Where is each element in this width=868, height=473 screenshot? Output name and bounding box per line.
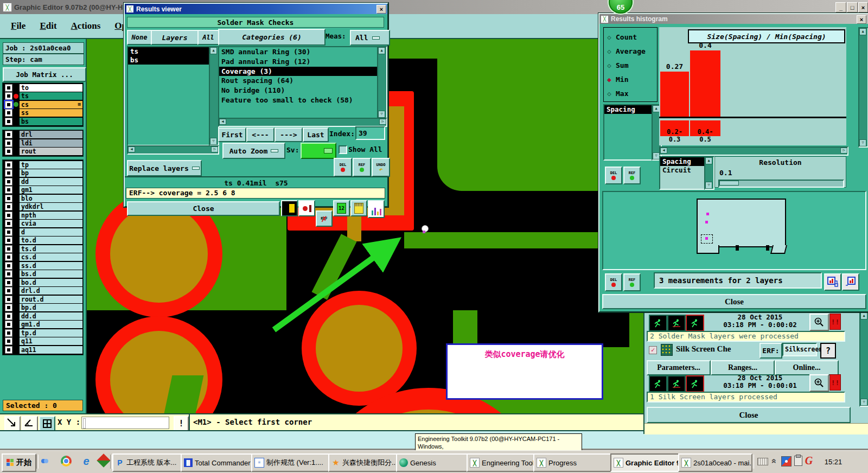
layer-row[interactable]: ss bbox=[3, 109, 82, 118]
keyboard-tray-icon[interactable] bbox=[757, 458, 768, 465]
layer-row[interactable]: cs ⊞ bbox=[3, 100, 82, 109]
alert-run-button[interactable]: !! bbox=[829, 314, 841, 330]
layer-row[interactable]: bs bbox=[3, 117, 82, 126]
layer-name[interactable]: bp.d bbox=[20, 304, 82, 311]
taskbar-button[interactable]: 工程系统 版本... bbox=[112, 453, 184, 472]
zoom-results-button[interactable] bbox=[809, 374, 829, 392]
run-check-button[interactable] bbox=[667, 315, 686, 331]
chrome-icon[interactable] bbox=[61, 456, 72, 466]
layer-row[interactable]: ydkdrl bbox=[3, 203, 82, 212]
measurement-dot[interactable] bbox=[705, 221, 708, 223]
layer-row[interactable]: ldi bbox=[3, 139, 82, 148]
layer-row[interactable]: ss.d bbox=[3, 261, 82, 270]
layer-row[interactable]: to.d bbox=[3, 237, 82, 245]
layer-name[interactable]: bs.d bbox=[20, 270, 82, 278]
layer-checkbox[interactable] bbox=[5, 312, 12, 320]
minimize-button[interactable]: _ bbox=[835, 2, 846, 12]
pinwheel-icon[interactable] bbox=[97, 453, 110, 467]
measure-row[interactable]: Spacing bbox=[604, 105, 652, 114]
layer-name[interactable]: drl bbox=[20, 131, 82, 138]
categories-header-button[interactable]: Categories (6) bbox=[218, 29, 326, 46]
none-button[interactable]: None bbox=[127, 30, 152, 45]
scroll-right-icon[interactable]: ▷ bbox=[211, 146, 218, 152]
menu-item[interactable]: Edit bbox=[40, 21, 56, 31]
layer-checkbox[interactable] bbox=[5, 237, 12, 244]
viewer-layer-row[interactable]: bs bbox=[128, 56, 209, 65]
chevron-tray-icon[interactable]: « bbox=[769, 457, 779, 465]
layer-checkbox[interactable] bbox=[5, 131, 12, 138]
layer-name[interactable]: bp bbox=[20, 169, 82, 177]
category-row[interactable]: No bridge (110) bbox=[219, 86, 378, 95]
layer-name[interactable]: to.d bbox=[20, 237, 82, 244]
group-row[interactable]: Spacing bbox=[660, 157, 705, 166]
erf-input[interactable]: Silkscreen bbox=[782, 343, 817, 356]
sv-dropdown[interactable] bbox=[301, 143, 336, 159]
scroll-up-icon[interactable]: ▲ bbox=[210, 47, 217, 54]
layer-name[interactable]: q11 bbox=[20, 337, 82, 345]
run-check-button[interactable] bbox=[649, 375, 667, 392]
taskbar-button[interactable]: Progress bbox=[533, 453, 614, 472]
alert-button[interactable]: ! bbox=[174, 416, 189, 431]
viewer-layer-list[interactable]: tsbs bbox=[127, 46, 210, 146]
prev-button[interactable]: <--- bbox=[246, 127, 275, 142]
auto-zoom-dropdown[interactable]: Auto Zoom bbox=[222, 143, 285, 159]
scroll-down-icon[interactable]: ▽ bbox=[210, 138, 217, 145]
online-button[interactable]: Online... bbox=[775, 360, 839, 375]
group-list[interactable]: SpacingCircuit bbox=[659, 156, 706, 190]
histogram-button[interactable] bbox=[368, 200, 385, 218]
viewer-close-icon[interactable]: × bbox=[376, 5, 386, 14]
run-check-button[interactable] bbox=[667, 375, 686, 392]
grid-tool-button[interactable] bbox=[39, 416, 55, 431]
layer-row[interactable]: d bbox=[3, 228, 82, 237]
histogram-titlebar[interactable]: ╳ Results histogram × bbox=[599, 14, 868, 24]
scroll-right-icon[interactable]: ▷ bbox=[840, 148, 847, 154]
tray-clock[interactable]: 15:21 bbox=[820, 457, 846, 466]
resolution-slider[interactable] bbox=[718, 180, 844, 188]
notes-button[interactable]: ≡≡≡ bbox=[350, 200, 367, 216]
category-row[interactable]: Coverage (3) bbox=[219, 67, 378, 76]
all-button[interactable]: All bbox=[197, 30, 219, 45]
job-matrix-button[interactable]: Job Matrix ... bbox=[3, 67, 86, 82]
layer-name[interactable]: npth bbox=[20, 212, 82, 219]
menu-item[interactable]: File bbox=[11, 21, 25, 31]
layer-name[interactable]: blo bbox=[20, 195, 82, 202]
layer-name[interactable]: cs bbox=[20, 101, 82, 108]
layer-name[interactable]: bo.d bbox=[20, 279, 82, 286]
ref-button[interactable]: REF bbox=[353, 158, 371, 177]
taskbar-button[interactable]: 制作规范 (Ver:1.... bbox=[251, 453, 332, 472]
categories-hscrollbar[interactable]: ◀ ▷ bbox=[218, 118, 387, 127]
category-row[interactable]: Pad annular Ring (12) bbox=[219, 57, 378, 67]
select-tool-button[interactable] bbox=[4, 416, 21, 431]
clear-ref-button[interactable]: REF ✗ bbox=[316, 210, 333, 227]
layer-name[interactable]: tp bbox=[20, 161, 82, 169]
ref-button[interactable]: REF bbox=[623, 167, 641, 184]
export-histogram-button[interactable] bbox=[824, 273, 841, 291]
run-check-button[interactable] bbox=[649, 315, 667, 331]
scroll-right-icon[interactable]: ▷ bbox=[379, 119, 386, 125]
scroll-down-icon[interactable]: ▽ bbox=[705, 182, 712, 189]
layer-name[interactable]: gm1.d bbox=[20, 321, 82, 328]
layer-row[interactable]: bp.d bbox=[3, 304, 82, 312]
categories-list[interactable]: SMD annular Ring (30)Pad annular Ring (1… bbox=[218, 46, 379, 119]
layer-name[interactable]: ldi bbox=[20, 139, 82, 147]
stat-radio[interactable]: Max bbox=[607, 86, 657, 100]
del-button[interactable]: DEL bbox=[334, 158, 352, 177]
exit-report-button[interactable] bbox=[281, 200, 298, 216]
scroll-down-icon[interactable]: ▽ bbox=[860, 399, 867, 406]
viewer-layer-hscrollbar[interactable]: ◀ ▷ bbox=[127, 145, 219, 155]
del-button[interactable]: DEL bbox=[605, 167, 622, 184]
layer-row[interactable]: q11 bbox=[3, 337, 82, 346]
del-button[interactable]: DEL bbox=[605, 273, 622, 291]
histogram-close-button[interactable]: Close bbox=[602, 294, 866, 309]
layer-row[interactable]: bs.d bbox=[3, 270, 82, 279]
measure-list[interactable]: Spacing bbox=[603, 104, 653, 161]
layer-checkbox[interactable] bbox=[5, 212, 12, 219]
alert-run-button[interactable]: !! bbox=[829, 374, 841, 391]
start-button[interactable]: 开始 bbox=[2, 453, 36, 472]
measurement-dot[interactable] bbox=[706, 213, 709, 215]
zoom-results-button[interactable] bbox=[809, 314, 829, 331]
category-row[interactable]: Feature too small to check (58) bbox=[219, 95, 378, 105]
scroll-down-icon[interactable]: ▽ bbox=[859, 139, 866, 146]
stat-radio[interactable]: Min bbox=[607, 72, 657, 86]
layer-name[interactable]: ss bbox=[20, 109, 82, 117]
